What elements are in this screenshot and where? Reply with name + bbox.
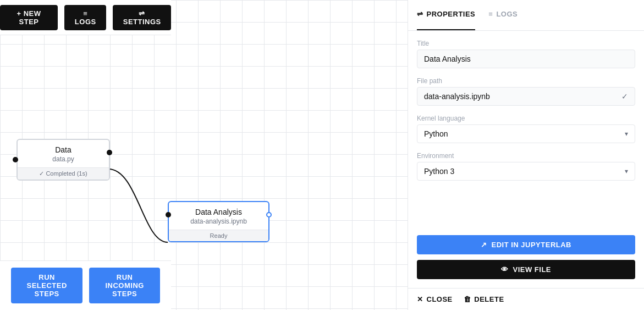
- bottom-bar: RUN SELECTED STEPS RUN INCOMING STEPS: [0, 260, 171, 310]
- panel-footer: ✕ CLOSE 🗑 DELETE: [408, 288, 644, 310]
- close-icon: ✕: [417, 295, 423, 303]
- settings-button[interactable]: ⇌ SETTINGS: [113, 5, 171, 30]
- run-selected-button[interactable]: RUN SELECTED STEPS: [11, 268, 82, 303]
- kernel-language-chevron-icon: ▾: [625, 130, 628, 138]
- data-analysis-node[interactable]: Data Analysis data-analysis.ipynb Ready: [168, 201, 269, 242]
- data-analysis-node-status: Ready: [169, 230, 268, 241]
- right-connector-data: [107, 150, 112, 155]
- panel-tabs: ⇌ PROPERTIES ≡ LOGS: [408, 0, 644, 31]
- file-path-field[interactable]: data-analysis.ipynb ✓: [417, 87, 635, 106]
- file-path-value: data-analysis.ipynb: [424, 92, 621, 101]
- data-analysis-node-subtitle: data-analysis.ipynb: [169, 217, 268, 230]
- tab-logs[interactable]: ≡ LOGS: [488, 0, 518, 30]
- environment-chevron-icon: ▾: [625, 167, 628, 175]
- delete-label: DELETE: [474, 295, 504, 303]
- environment-value: Python 3: [424, 167, 625, 176]
- delete-icon: 🗑: [464, 295, 471, 303]
- right-connector-analysis: [266, 212, 272, 217]
- panel-actions: ↗ EDIT IN JUPYTERLAB 👁 VIEW FILE: [408, 226, 644, 288]
- canvas-area: + NEW STEP ≡ LOGS ⇌ SETTINGS Data data.p…: [0, 0, 408, 310]
- view-file-icon: 👁: [501, 265, 509, 274]
- kernel-language-value: Python: [424, 129, 625, 138]
- edit-jupyterlab-icon: ↗: [481, 241, 487, 249]
- kernel-language-field-group: Kernel language Python ▾: [417, 115, 635, 143]
- close-button[interactable]: ✕ CLOSE: [417, 295, 453, 303]
- title-label: Title: [417, 40, 635, 47]
- delete-button[interactable]: 🗑 DELETE: [464, 295, 504, 303]
- data-node-status: ✓ Completed (1s): [18, 167, 109, 180]
- view-file-label: VIEW FILE: [513, 265, 552, 274]
- title-field-group: Title Data Analysis: [417, 40, 635, 68]
- close-label: CLOSE: [427, 295, 453, 303]
- environment-field-group: Environment Python 3 ▾: [417, 152, 635, 181]
- data-node[interactable]: Data data.py ✓ Completed (1s): [16, 139, 110, 181]
- edit-jupyterlab-label: EDIT IN JUPYTERLAB: [491, 241, 571, 249]
- new-step-button[interactable]: + NEW STEP: [0, 5, 58, 30]
- file-path-check-icon: ✓: [621, 92, 628, 101]
- environment-select[interactable]: Python 3 ▾: [417, 162, 635, 181]
- data-node-subtitle: data.py: [18, 155, 109, 167]
- data-analysis-node-title: Data Analysis: [169, 202, 268, 217]
- properties-tab-label: PROPERTIES: [427, 10, 476, 18]
- right-panel: ⇌ PROPERTIES ≡ LOGS Title Data Analysis …: [408, 0, 644, 310]
- tab-properties[interactable]: ⇌ PROPERTIES: [417, 0, 475, 30]
- data-node-title: Data: [18, 140, 109, 155]
- properties-tab-icon: ⇌: [417, 10, 423, 18]
- title-field[interactable]: Data Analysis: [417, 50, 635, 68]
- logs-button[interactable]: ≡ LOGS: [64, 5, 106, 30]
- file-path-label: File path: [417, 77, 635, 85]
- edit-jupyterlab-button[interactable]: ↗ EDIT IN JUPYTERLAB: [417, 235, 635, 254]
- left-connector-analysis: [166, 212, 171, 217]
- logs-tab-icon: ≡: [488, 10, 493, 18]
- kernel-language-label: Kernel language: [417, 115, 635, 122]
- view-file-button[interactable]: 👁 VIEW FILE: [417, 260, 635, 279]
- toolbar: + NEW STEP ≡ LOGS ⇌ SETTINGS: [0, 0, 171, 35]
- run-incoming-button[interactable]: RUN INCOMING STEPS: [89, 268, 160, 303]
- panel-content: Title Data Analysis File path data-analy…: [408, 31, 644, 226]
- file-path-field-group: File path data-analysis.ipynb ✓: [417, 77, 635, 106]
- logs-tab-label: LOGS: [496, 10, 518, 18]
- kernel-language-select[interactable]: Python ▾: [417, 124, 635, 143]
- left-connector-data: [13, 157, 18, 162]
- title-value: Data Analysis: [424, 55, 628, 63]
- environment-label: Environment: [417, 152, 635, 160]
